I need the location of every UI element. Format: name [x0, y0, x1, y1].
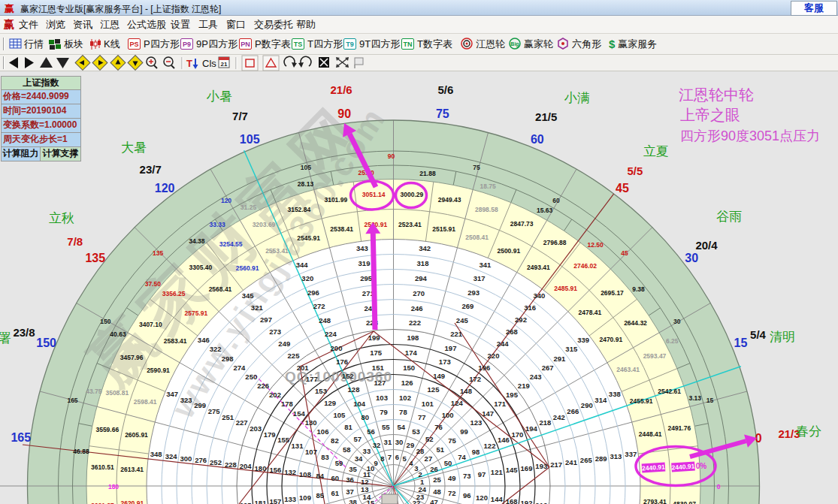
- svg-text:7: 7: [388, 453, 392, 461]
- svg-text:274: 274: [233, 364, 246, 372]
- svg-text:28: 28: [416, 447, 425, 455]
- svg-text:2568.41: 2568.41: [209, 285, 232, 293]
- svg-text:245: 245: [456, 316, 469, 324]
- svg-text:97: 97: [478, 470, 486, 478]
- svg-text:101: 101: [422, 400, 434, 408]
- svg-text:27: 27: [425, 454, 433, 463]
- svg-text:2500.91: 2500.91: [497, 247, 520, 255]
- svg-text:174: 174: [405, 349, 418, 357]
- svg-text:7/8: 7/8: [67, 235, 83, 248]
- svg-text:297: 297: [260, 315, 272, 324]
- svg-text:291: 291: [553, 355, 566, 363]
- svg-text:21: 21: [221, 61, 228, 68]
- svg-text:324: 324: [165, 452, 178, 460]
- svg-text:15: 15: [367, 499, 375, 504]
- svg-text:75: 75: [473, 164, 480, 171]
- svg-text:250: 250: [245, 373, 257, 381]
- svg-text:37: 37: [346, 487, 354, 496]
- svg-text:21.88: 21.88: [419, 170, 436, 177]
- svg-text:228: 228: [225, 460, 237, 469]
- svg-text:244: 244: [497, 340, 510, 348]
- svg-text:25: 25: [433, 475, 441, 484]
- svg-text:38: 38: [349, 498, 357, 504]
- svg-text:立秋: 立秋: [49, 211, 74, 225]
- svg-text:26: 26: [430, 465, 438, 473]
- svg-text:3356.25: 3356.25: [162, 290, 186, 297]
- svg-text:3457.96: 3457.96: [120, 354, 144, 361]
- svg-text:131: 131: [292, 442, 304, 450]
- svg-text:春分: 春分: [796, 424, 821, 439]
- svg-text:上帝之眼: 上帝之眼: [680, 107, 740, 123]
- svg-text:48: 48: [433, 487, 441, 496]
- svg-text:15.63: 15.63: [537, 207, 553, 214]
- svg-text:193: 193: [535, 462, 547, 470]
- svg-text:55: 55: [382, 423, 390, 431]
- svg-text:52: 52: [425, 435, 434, 443]
- svg-text:78: 78: [399, 408, 407, 416]
- svg-text:33.33: 33.33: [210, 221, 226, 228]
- svg-text:197: 197: [445, 344, 457, 352]
- svg-text:2553.41: 2553.41: [265, 247, 289, 255]
- svg-text:145: 145: [506, 466, 519, 474]
- svg-text:小满: 小满: [564, 91, 590, 105]
- svg-text:316: 316: [524, 303, 536, 312]
- svg-text:120: 120: [476, 493, 488, 502]
- svg-text:105: 105: [333, 411, 346, 419]
- svg-text:37.50: 37.50: [145, 280, 162, 288]
- svg-text:2598.41: 2598.41: [134, 398, 157, 406]
- svg-text:150: 150: [403, 364, 415, 372]
- svg-text:168: 168: [506, 497, 518, 504]
- svg-text:2620.91: 2620.91: [120, 499, 144, 504]
- svg-text:79: 79: [380, 408, 388, 416]
- svg-text:29: 29: [407, 441, 415, 449]
- svg-text:4830.97: 4830.97: [673, 500, 696, 504]
- svg-text:T: T: [186, 58, 192, 69]
- svg-text:82: 82: [331, 436, 339, 445]
- svg-text:218: 218: [539, 418, 551, 427]
- svg-text:9.38: 9.38: [632, 285, 645, 293]
- svg-text:2455.91: 2455.91: [630, 397, 653, 405]
- svg-text:大暑: 大暑: [121, 140, 147, 155]
- svg-text:181: 181: [255, 499, 268, 504]
- svg-text:122: 122: [484, 442, 496, 450]
- svg-text:Big: Big: [510, 41, 519, 47]
- svg-text:268: 268: [506, 327, 518, 336]
- svg-text:3101.99: 3101.99: [324, 196, 347, 204]
- svg-text:85: 85: [316, 491, 325, 499]
- svg-text:299: 299: [194, 401, 206, 409]
- svg-text:2695.17: 2695.17: [601, 289, 624, 297]
- svg-text:23/8: 23/8: [13, 326, 35, 339]
- svg-text:2545.91: 2545.91: [297, 234, 320, 242]
- svg-text:清明: 清明: [770, 330, 795, 344]
- svg-text:40.63: 40.63: [110, 330, 126, 338]
- svg-text:76: 76: [434, 423, 443, 431]
- svg-text:2644.32: 2644.32: [624, 319, 647, 327]
- svg-text:320: 320: [301, 274, 313, 282]
- svg-text:2575.91: 2575.91: [185, 309, 208, 317]
- svg-text:8: 8: [380, 454, 384, 463]
- svg-text:204: 204: [240, 462, 253, 470]
- svg-text:12.50: 12.50: [588, 241, 604, 249]
- svg-text:149: 149: [433, 372, 445, 380]
- svg-text:49: 49: [448, 474, 456, 482]
- svg-text:198: 198: [407, 333, 419, 342]
- svg-text:121: 121: [491, 468, 504, 476]
- svg-text:290: 290: [581, 401, 593, 409]
- svg-text:80: 80: [362, 413, 370, 421]
- svg-text:99: 99: [460, 427, 468, 436]
- svg-text:165: 165: [67, 397, 77, 404]
- svg-text:120: 120: [155, 182, 175, 195]
- svg-text:6: 6: [395, 453, 399, 461]
- svg-text:谷雨: 谷雨: [716, 210, 742, 224]
- svg-text:18.75: 18.75: [480, 183, 497, 190]
- svg-text:171: 171: [494, 400, 507, 408]
- svg-text:249: 249: [278, 340, 290, 348]
- svg-text:72: 72: [448, 489, 456, 497]
- svg-text:2847.73: 2847.73: [510, 220, 534, 228]
- svg-text:0: 0: [717, 483, 721, 490]
- svg-text:126: 126: [401, 379, 413, 387]
- svg-text:339: 339: [577, 336, 589, 344]
- svg-text:74: 74: [458, 453, 466, 461]
- svg-text:276: 276: [195, 456, 207, 464]
- svg-text:61: 61: [331, 489, 339, 497]
